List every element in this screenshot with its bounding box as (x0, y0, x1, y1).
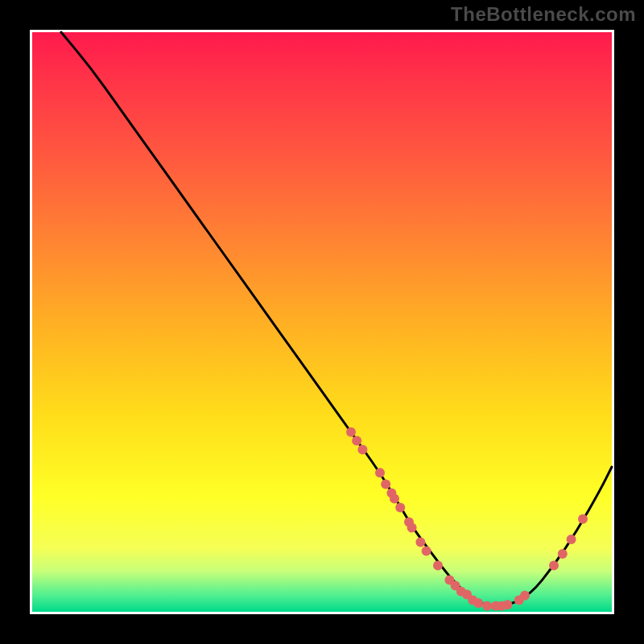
data-point (395, 502, 405, 512)
data-point (558, 549, 568, 559)
data-point (578, 514, 588, 524)
highlighted-points-group (346, 427, 588, 611)
data-point (422, 546, 431, 555)
data-point (407, 523, 417, 533)
bottleneck-curve-line (61, 32, 612, 606)
data-point (482, 601, 492, 611)
data-point (346, 427, 356, 437)
data-point (381, 480, 390, 489)
data-point (390, 494, 399, 504)
data-point (520, 591, 530, 601)
data-point (375, 468, 385, 477)
data-point (433, 560, 443, 570)
data-point (415, 538, 425, 547)
data-point (473, 598, 483, 608)
plot-area (32, 32, 612, 612)
bottleneck-curve-svg (32, 32, 612, 612)
data-point (502, 600, 512, 609)
watermark-text: TheBottleneck.com (451, 3, 636, 26)
data-point (357, 444, 367, 454)
plot-border (30, 30, 614, 614)
data-point (352, 436, 361, 446)
data-point (549, 560, 559, 570)
chart-frame: TheBottleneck.com (0, 0, 644, 644)
data-point (567, 535, 576, 544)
